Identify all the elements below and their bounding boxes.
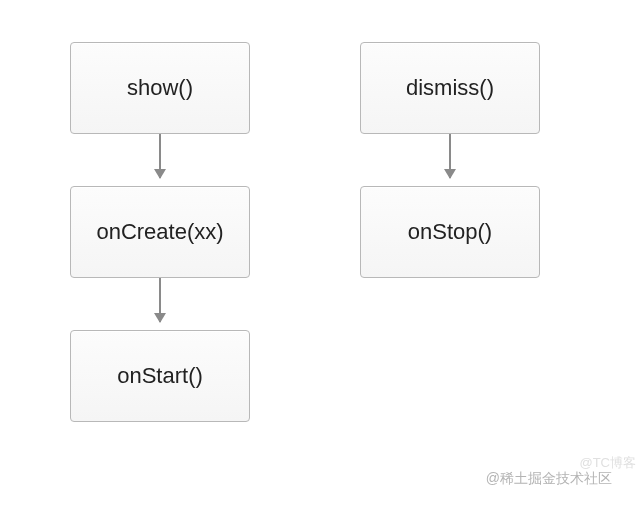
node-label: onStop() — [408, 219, 492, 245]
arrow-down-icon — [449, 134, 451, 178]
node-label: show() — [127, 75, 193, 101]
node-show: show() — [70, 42, 250, 134]
node-dismiss: dismiss() — [360, 42, 540, 134]
arrow-down-icon — [159, 134, 161, 178]
node-onstart: onStart() — [70, 330, 250, 422]
node-label: dismiss() — [406, 75, 494, 101]
diagram-canvas: show() onCreate(xx) onStart() dismiss() … — [0, 0, 642, 510]
node-label: onCreate(xx) — [96, 219, 223, 245]
watermark-primary: @稀土掘金技术社区 — [486, 470, 612, 488]
node-label: onStart() — [117, 363, 203, 389]
node-oncreate: onCreate(xx) — [70, 186, 250, 278]
arrow-down-icon — [159, 278, 161, 322]
node-onstop: onStop() — [360, 186, 540, 278]
